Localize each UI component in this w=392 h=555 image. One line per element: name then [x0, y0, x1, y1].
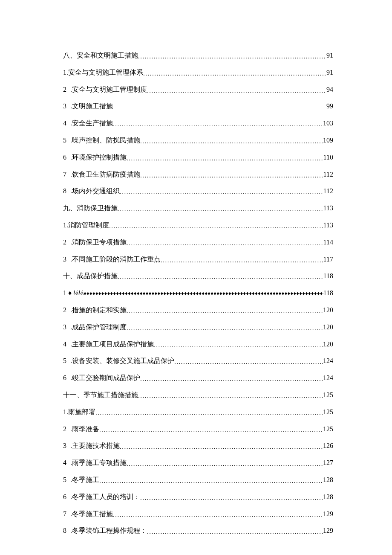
toc-entry-label: 1.雨施部署	[63, 408, 95, 417]
toc-entry: 8.冬季装饰工程操作规程： 129	[63, 526, 333, 535]
toc-leader-dots	[99, 477, 323, 485]
toc-entry: 4.安全生产措施 103	[63, 119, 333, 128]
toc-entry-label: .消防保卫专项措施	[70, 238, 127, 247]
toc-entry-page: 109	[323, 136, 333, 145]
toc-entry-page: 120	[323, 323, 333, 332]
toc-entry-page: 99	[326, 102, 333, 111]
toc-entry-label: .主要施技术措施	[70, 442, 120, 450]
toc-entry-page: 124	[323, 357, 333, 366]
toc-leader-dots	[118, 273, 323, 282]
toc-entry-page: 117	[323, 255, 333, 264]
toc-entry-label: .安全生产措施	[70, 119, 113, 128]
toc-entry-page: 120	[323, 306, 333, 315]
toc-entry-number: 7	[63, 510, 66, 519]
toc-entry-page: 113	[323, 221, 333, 230]
toc-entry-page: 114	[323, 238, 333, 247]
toc-entry-label: .安全与文明施工管理制度	[70, 85, 147, 94]
toc-entry-label: 十一、季节施工措施措施	[63, 391, 138, 400]
toc-entry-label: .不同施工阶段的消防工作重点	[70, 255, 161, 264]
toc-entry: 八、安全和文明施工措施 91	[63, 51, 333, 60]
toc-entry-label: .主要施工项目成品保护措施	[70, 340, 154, 349]
toc-entry: 十一、季节施工措施措施125	[63, 391, 333, 400]
toc-entry: 6.竣工交验期间成品保护 124	[63, 374, 333, 383]
toc-leader-dots	[143, 70, 326, 78]
toc-leader-dots	[109, 222, 323, 231]
toc-leader-diamonds	[84, 290, 323, 297]
toc-entry: 7.冬季施工措施 129	[63, 510, 333, 519]
toc-entry-page: 113	[323, 204, 333, 213]
toc-entry: 7.饮食卫生防病防疫措施 112	[63, 170, 333, 179]
toc-entry-number: 6	[63, 374, 66, 383]
toc-leader-dots	[95, 409, 323, 418]
toc-entry-number: 3	[63, 442, 66, 450]
toc-entry-number: 2	[63, 425, 66, 434]
toc-entry-label: .措施的制定和实施	[70, 306, 127, 315]
toc-leader-dots	[99, 426, 323, 435]
toc-entry-label: .雨季准备	[70, 425, 99, 434]
toc-entry-page: 91	[326, 68, 333, 77]
toc-entry: 1.安全与文明施工管理体系 91	[63, 68, 333, 77]
toc-entry-label: .雨季施工专项措施	[70, 459, 127, 468]
toc-leader-dots	[140, 494, 323, 503]
toc-entry-label: 1.安全与文明施工管理体系	[63, 68, 143, 77]
toc-entry: 6.环境保护控制措施 110	[63, 153, 333, 162]
toc-entry-label: .冬季装饰工程操作规程：	[70, 526, 147, 535]
toc-entry-label: .文明施工措施	[70, 102, 113, 111]
toc-leader-dots	[138, 392, 323, 401]
toc-leader-dots	[161, 256, 323, 265]
toc-leader-dots	[127, 324, 323, 333]
toc-entry-number: 3	[63, 102, 66, 111]
toc-entry-number: 5	[63, 136, 66, 145]
toc-entry-label: .饮食卫生防病防疫措施	[70, 170, 140, 179]
toc-entry-page: 112	[323, 187, 333, 196]
toc-entry-page: 125	[323, 408, 333, 417]
toc-leader-dots	[147, 528, 323, 536]
toc-entry-number: 2	[63, 238, 66, 247]
toc-entry: 九、消防保卫措施113	[63, 204, 333, 213]
toc-entry-number: 4	[63, 340, 66, 349]
toc-leader-dots	[127, 154, 323, 163]
toc-leader-dots	[138, 52, 326, 61]
toc-entry-number: 8	[63, 187, 66, 196]
toc-entry-number: 6	[63, 493, 66, 502]
toc-leader-dots	[118, 205, 323, 214]
toc-entry-number: 2	[63, 85, 66, 94]
toc-entry-number: 7	[63, 170, 66, 179]
toc-leader-dots	[120, 443, 323, 451]
toc-entry-page: 110	[323, 153, 333, 162]
toc-entry: 2.措施的制定和实施 120	[63, 306, 333, 315]
toc-entry: 3.不同施工阶段的消防工作重点 117	[63, 255, 333, 264]
toc-entry-page: 127	[323, 459, 333, 468]
toc-entry-page: 94	[326, 85, 333, 94]
toc-entry: 6.冬季施工人员的培训： 128	[63, 493, 333, 502]
toc-entry-number: 4	[63, 119, 66, 128]
toc-entry-label: 八、安全和文明施工措施	[63, 51, 138, 60]
toc-entry-number: 3	[63, 323, 66, 332]
toc-entry-page: 118	[323, 289, 333, 298]
toc-leader-dots	[127, 307, 323, 316]
toc-entry-page: 112	[323, 170, 333, 179]
toc-leader-dots	[154, 341, 323, 350]
toc-entry-page: 125	[323, 391, 333, 400]
toc-leader-dots	[113, 511, 323, 520]
toc-entry-label: .冬季施工措施	[70, 510, 113, 519]
toc-leader-dots	[127, 239, 323, 248]
toc-entry-label: .设备安装、装修交叉施工成品保护	[70, 357, 174, 366]
toc-entry-page: 126	[323, 442, 333, 450]
toc-entry: 十、成品保护措施118	[63, 272, 333, 281]
toc-entry: 8.场内外交通组织 112	[63, 187, 333, 196]
toc-entry: 1.消防管理制度 113	[63, 221, 333, 230]
toc-entry-page: 91	[326, 51, 333, 60]
toc-entry: 4.主要施工项目成品保护措施 120	[63, 340, 333, 349]
toc-entry-label: .场内外交通组织	[70, 187, 120, 196]
toc-entry: 4.雨季施工专项措施 127	[63, 459, 333, 468]
toc-entry-label: 十、成品保护措施	[63, 272, 118, 281]
toc-entry: 2.消防保卫专项措施114	[63, 238, 333, 247]
toc-entry-page: 118	[323, 272, 333, 281]
toc-entry: 5.设备安装、装修交叉施工成品保护 124	[63, 357, 333, 366]
toc-entry-number: 6	[63, 153, 66, 162]
toc-entry: 3.主要施技术措施 126	[63, 442, 333, 450]
toc-entry-page: 125	[323, 425, 333, 434]
toc-entry-number: 2	[63, 306, 66, 315]
toc-entry-label: .竣工交验期间成品保护	[70, 374, 140, 383]
